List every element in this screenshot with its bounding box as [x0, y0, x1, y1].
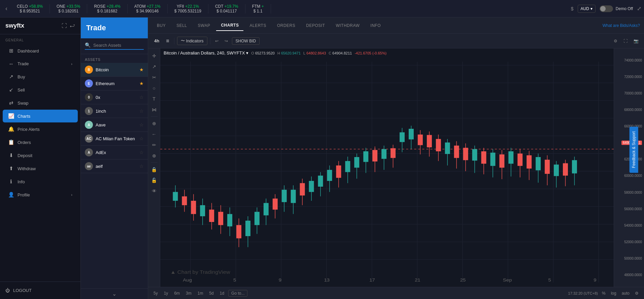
- sidebar-item-label-trade: Trade: [18, 61, 29, 66]
- c-label: C: [329, 51, 331, 55]
- ticker-item-atom[interactable]: ATOM +27.1% $ 34.990146: [128, 4, 168, 13]
- logout-icon-button[interactable]: ⮐: [70, 23, 75, 29]
- crosshair-tool[interactable]: ✛: [149, 51, 159, 61]
- asset-item-bitcoin[interactable]: B Bitcoin ★: [81, 63, 148, 77]
- asset-item-1inch[interactable]: 1 1inch ☆: [81, 104, 148, 118]
- asset-panel-chevron-button[interactable]: ⌄: [112, 291, 116, 297]
- 5y-button[interactable]: 5y: [151, 290, 160, 296]
- timeframe-4h-button[interactable]: 4h: [151, 37, 162, 45]
- camera-button[interactable]: 📷: [632, 37, 641, 45]
- redo-button[interactable]: ↪: [223, 37, 230, 45]
- adex-star-icon[interactable]: ☆: [139, 150, 144, 155]
- sidebar-item-deposit[interactable]: ⬇ Deposit: [3, 149, 78, 162]
- sidebar-item-dashboard[interactable]: ⊞ Dashboard: [3, 44, 78, 57]
- ticker-item-cdt[interactable]: CDT +19.7% $ 0.041117: [208, 4, 245, 13]
- currency-selector[interactable]: AUD ▾: [578, 5, 596, 13]
- tab-info[interactable]: INFO: [366, 21, 385, 31]
- asset-item-ethereum[interactable]: E Ethereum ★: [81, 77, 148, 90]
- asset-item-0x[interactable]: 0 0x ☆: [81, 90, 148, 104]
- add-tool[interactable]: ⊕: [149, 151, 159, 160]
- expand-icon[interactable]: ⤢: [637, 5, 641, 12]
- tab-swap[interactable]: SWAP: [193, 21, 215, 31]
- 1y-button[interactable]: 1y: [162, 290, 170, 296]
- tab-deposit[interactable]: DEPOSIT: [301, 21, 330, 31]
- search-input[interactable]: [93, 43, 144, 48]
- sidebar-item-charts[interactable]: 📈 Charts: [3, 110, 78, 122]
- ticker-item-celo[interactable]: CELO +58.8% $ 8.953521: [10, 4, 50, 13]
- sidebar-item-info[interactable]: ℹ Info: [3, 175, 78, 188]
- bitcoin-star-icon[interactable]: ★: [139, 67, 144, 72]
- auto-button[interactable]: auto: [620, 290, 632, 296]
- candle-type-button[interactable]: ≡: [164, 37, 171, 45]
- ethereum-star-icon[interactable]: ★: [139, 81, 144, 86]
- sidebar-item-price-alerts[interactable]: 🔔 Price Alerts: [3, 123, 78, 136]
- 1m-button[interactable]: 1m: [196, 290, 205, 296]
- asset-item-aave[interactable]: A Aave ☆: [81, 118, 148, 132]
- pencil-tool[interactable]: ✏: [149, 140, 159, 150]
- 0x-star-icon[interactable]: ☆: [139, 95, 144, 100]
- svg-rect-89: [463, 148, 468, 160]
- text-tool[interactable]: T: [149, 94, 159, 104]
- sidebar-item-orders[interactable]: 📋 Orders: [3, 136, 78, 149]
- chart-symbol: Bitcoin / Australian Dollars, 240, SWYFT…: [164, 50, 248, 55]
- svg-rect-45: [264, 203, 269, 216]
- asset-item-adex[interactable]: A AdEx ☆: [81, 146, 148, 159]
- sidebar-item-withdraw[interactable]: ⬆ Withdraw: [3, 162, 78, 175]
- 1inch-star-icon[interactable]: ☆: [139, 108, 144, 114]
- tab-withdraw[interactable]: WITHDRAW: [331, 21, 364, 31]
- tab-orders[interactable]: ORDERS: [272, 21, 300, 31]
- percent-button[interactable]: %: [600, 290, 608, 296]
- tab-sell[interactable]: SELL: [172, 21, 192, 31]
- sidebar-item-sell[interactable]: ↙ Sell: [3, 83, 78, 96]
- ac-milan-star-icon[interactable]: ☆: [139, 136, 144, 141]
- expand-icon-button[interactable]: ⛶: [62, 23, 67, 29]
- 3m-button[interactable]: 3m: [184, 290, 194, 296]
- eye-tool[interactable]: 👁: [149, 186, 159, 196]
- h-value: 65620.9471: [281, 51, 301, 55]
- aave-star-icon[interactable]: ☆: [139, 122, 144, 127]
- logout-button[interactable]: ⏻ LOGOUT: [3, 285, 78, 296]
- asset-item-aelf[interactable]: ae aelf ☆: [81, 159, 148, 173]
- show-bid-button[interactable]: SHOW BID: [232, 37, 260, 45]
- svg-text:9: 9: [279, 277, 282, 283]
- trend-line-tool[interactable]: ↗: [149, 62, 159, 71]
- pattern-tool[interactable]: ⋈: [149, 105, 159, 114]
- demo-toggle-switch[interactable]: [600, 5, 613, 12]
- log-button[interactable]: log: [609, 290, 618, 296]
- tool-separator-2: [151, 162, 158, 163]
- back-tool[interactable]: ←: [149, 129, 159, 139]
- ticker-item-yfii[interactable]: YFII +22.1% $ 7005.532119: [168, 4, 208, 13]
- ticker-item-one[interactable]: ONE +33.5% $ 0.182051: [50, 4, 87, 13]
- symbol-text: Bitcoin / Australian Dollars, 240, SWYFT…: [164, 50, 245, 55]
- aelf-star-icon[interactable]: ☆: [139, 163, 144, 169]
- asset-item-ac-milan[interactable]: AC AC Milan Fan Token ☆: [81, 132, 148, 146]
- ticker-prev-button[interactable]: ‹: [3, 4, 10, 13]
- sidebar-item-swap[interactable]: ⇄ Swap: [3, 97, 78, 109]
- circle-tool[interactable]: ○: [149, 83, 159, 93]
- asset-list: B Bitcoin ★ E Ethereum ★ 0 0x ☆ 1 1inch …: [81, 63, 148, 288]
- ticker-item-ftm[interactable]: FTM + $ 1.1: [245, 4, 271, 13]
- unlock-tool[interactable]: 🔓: [149, 176, 159, 185]
- sidebar-item-trade[interactable]: ↔ Trade ›: [3, 58, 78, 70]
- bids-asks-link[interactable]: What are Bids/Asks?: [603, 23, 640, 28]
- undo-button[interactable]: ↩: [213, 37, 221, 45]
- ticker-item-rose[interactable]: ROSE +28.4% $ 0.181682: [87, 4, 127, 13]
- zoom-tool[interactable]: ⊕: [149, 119, 159, 128]
- tab-charts[interactable]: CHARTS: [216, 20, 243, 31]
- arrow-tool[interactable]: ✂: [149, 73, 159, 82]
- 6m-button[interactable]: 6m: [172, 290, 182, 296]
- feedback-tab[interactable]: Feedback & Support: [629, 126, 638, 173]
- settings-button[interactable]: ⚙: [612, 37, 619, 45]
- l-value: 64802.8643: [306, 51, 326, 55]
- tab-buy[interactable]: BUY: [152, 21, 170, 31]
- tab-alerts[interactable]: ALERTS: [245, 21, 271, 31]
- indicators-button[interactable]: 〜 Indicators: [177, 37, 207, 45]
- 5d-button[interactable]: 5d: [207, 290, 215, 296]
- sidebar-item-profile[interactable]: 👤 Profile ›: [3, 188, 78, 201]
- lock-tool[interactable]: 🔒: [149, 165, 159, 174]
- sidebar-item-buy[interactable]: ↗ Buy: [3, 70, 78, 83]
- 1d-button[interactable]: 1d: [218, 290, 226, 296]
- fullscreen-button[interactable]: ⛶: [621, 37, 630, 45]
- goto-button[interactable]: Go to...: [228, 290, 247, 297]
- chart-settings-button[interactable]: ⚙: [633, 290, 641, 296]
